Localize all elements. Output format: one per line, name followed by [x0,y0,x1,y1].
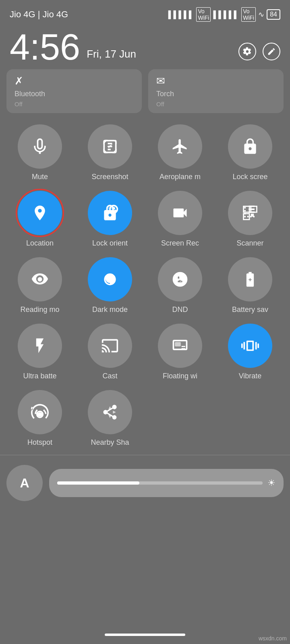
tiles-row-1: Mute Screenshot Aeroplane m Lock scree [0,121,290,184]
location-tile[interactable]: Location [6,188,73,251]
dark-mode-icon-circle [88,257,132,301]
svg-rect-9 [176,279,184,280]
wifi-icon: ∿ [258,10,264,19]
dnd-icon-circle [158,257,202,301]
location-label: Location [26,239,54,248]
mute-icon-circle [18,124,62,169]
brightness-fill [57,481,139,485]
vibrate-label: Vibrate [239,372,262,380]
floating-wi-label: Floating wi [163,372,197,380]
date: Fri, 17 Jun [87,48,136,60]
screenshot-label: Screenshot [91,173,128,181]
svg-point-2 [112,207,115,210]
cast-tile[interactable]: Cast [77,320,143,384]
watermark: wsxdn.com [259,635,287,642]
brightness-row: A ☀ [0,458,290,508]
bluetooth-icon: ✗ [14,75,23,87]
lock-screen-label: Lock scree [232,173,267,181]
torch-tile[interactable]: ✉ Torch Off [148,69,284,113]
status-bar: Jio 4G | Jio 4G ▌▌▌▌▌ VoWiFi ▌▌▌▌▌ VoWiF… [0,0,290,25]
battery-indicator: 84 [267,9,280,20]
lock-screen-icon-circle [228,124,272,169]
scanner-label: Scanner [236,239,263,248]
ultra-batte-label: Ultra batte [23,372,56,380]
vibrate-icon-circle [228,324,272,368]
screen-rec-icon-circle [158,191,202,235]
nearby-sha-label: Nearby Sha [91,438,129,447]
battery-sav-icon-circle [228,257,272,301]
scanner-tile[interactable]: Scanner [217,188,284,251]
navigation-bar [105,634,185,636]
floating-wi-icon-circle [158,324,202,368]
aeroplane-label: Aeroplane m [160,173,201,181]
mute-tile[interactable]: Mute [6,121,73,184]
vo-wifi-label: VoWiFi [196,7,211,22]
reading-mode-icon-circle [18,257,62,301]
battery-level: 84 [270,11,277,18]
lock-orient-label: Lock orient [92,239,128,248]
brightness-slider[interactable]: ☀ [49,469,284,497]
battery-sav-label: Battery sav [232,305,268,314]
svg-rect-12 [175,342,181,347]
aeroplane-icon-circle [158,124,202,169]
dnd-tile[interactable]: DND [147,254,213,317]
svg-rect-6 [251,214,254,217]
hotspot-icon-circle [18,390,62,434]
time-section: 4:56 Fri, 17 Jun [0,25,290,69]
screen-rec-tile[interactable]: Screen Rec [147,188,213,251]
nearby-sha-tile[interactable]: Nearby Sha [77,387,143,450]
tiles-row-5: Hotspot Nearby Sha [0,387,290,450]
dark-mode-label: Dark mode [92,305,128,314]
bottom-divider [0,455,290,455]
screenshot-icon-circle [88,124,132,169]
scanner-icon-circle [228,191,272,235]
reading-mode-label: Reading mo [20,305,59,314]
lock-screen-tile[interactable]: Lock scree [217,121,284,184]
hotspot-label: Hotspot [27,438,52,447]
time-action-icons [238,43,280,60]
torch-icon: ✉ [156,75,165,87]
svg-point-7 [38,277,42,282]
lock-orient-icon-circle [88,191,132,235]
clock: 4:56 [10,29,80,65]
signal-icon: ▌▌▌▌▌ [168,10,194,19]
tiles-row-4: Ultra batte Cast Floating wi Vibrate [0,320,290,384]
screen-rec-label: Screen Rec [161,239,199,248]
location-icon-circle [18,191,62,235]
torch-status: Off [156,101,164,107]
nearby-sha-icon-circle [88,390,132,434]
bluetooth-label: Bluetooth [14,90,45,98]
aeroplane-tile[interactable]: Aeroplane m [147,121,213,184]
ultra-batte-icon-circle [18,324,62,368]
dark-mode-tile[interactable]: Dark mode [77,254,143,317]
floating-wi-tile[interactable]: Floating wi [147,320,213,384]
battery-sav-tile[interactable]: Battery sav [217,254,284,317]
dnd-label: DND [172,305,188,314]
top-tiles-row: ✗ Bluetooth Off ✉ Torch Off [0,69,290,113]
brightness-track [57,481,263,485]
status-icons: ▌▌▌▌▌ VoWiFi ▌▌▌▌▌ VoWiFi ∿ 84 [168,7,280,22]
torch-label: Torch [156,90,174,98]
vo-wifi2-label: VoWiFi [241,7,256,22]
tiles-row-3: Reading mo Dark mode DND [0,254,290,317]
settings-icon[interactable] [238,43,256,60]
mute-label: Mute [32,173,48,181]
lock-orient-tile[interactable]: Lock orient [77,188,143,251]
bluetooth-status: Off [14,101,23,107]
tiles-row-2: Location Lock orient Screen Rec [0,188,290,251]
screenshot-tile[interactable]: Screenshot [77,121,143,184]
vibrate-tile[interactable]: Vibrate [217,320,284,384]
carrier-label: Jio 4G | Jio 4G [10,9,68,20]
font-size-circle[interactable]: A [6,465,43,501]
cast-icon-circle [88,324,132,368]
edit-icon[interactable] [263,43,280,60]
signal2-icon: ▌▌▌▌▌ [213,10,239,19]
font-size-label: A [20,476,29,491]
brightness-sun-icon: ☀ [267,478,276,488]
cast-label: Cast [102,372,117,380]
bluetooth-tile[interactable]: ✗ Bluetooth Off [6,69,142,113]
hotspot-tile[interactable]: Hotspot [6,387,73,450]
reading-mode-tile[interactable]: Reading mo [6,254,73,317]
ultra-batte-tile[interactable]: Ultra batte [6,320,73,384]
